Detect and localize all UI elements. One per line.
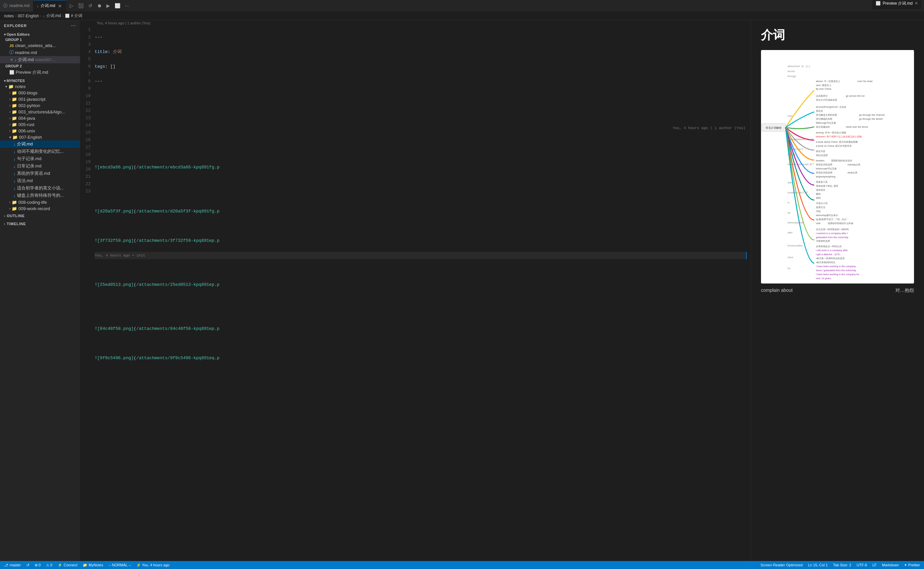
sidebar-item-sentence[interactable]: ↓ 句子记录.md <box>0 155 80 163</box>
tab-editor-actions: ▷ ⬛ ↺ ⏺ ▶ ⬜ ··· <box>68 2 130 9</box>
tab-readme[interactable]: ⓘ readme.md <box>0 0 33 12</box>
folder-003-icon: 📁 <box>12 110 17 114</box>
status-warnings[interactable]: ⚠ 0 <box>45 563 54 567</box>
verb-label: 动词不规则变化的记忆... <box>17 148 64 154</box>
status-encoding[interactable]: UTF-8 <box>855 563 868 567</box>
sidebar-item-003[interactable]: › 📁 003_structures&&Algo... <box>0 109 80 115</box>
preview-content[interactable]: 介词 常见介词解析 <box>751 20 924 561</box>
svg-text:by更强调"不迟于...""到...为止": by更强调"不迟于...""到...为止" <box>816 218 847 221</box>
tab-jiecI-label: 介词.md <box>41 3 55 9</box>
restart-icon[interactable]: ↺ <box>87 2 94 9</box>
status-sync[interactable]: ↺ <box>25 563 31 567</box>
svg-text:over his head: over his head <box>857 80 872 83</box>
keyboard-label: 键盘上所有特殊符号的... <box>17 192 64 198</box>
svg-text:since: since <box>787 256 794 259</box>
sidebar-item-clean-js[interactable]: JS clean_useless_atta... <box>0 43 80 49</box>
breadcrumb-file[interactable]: 介词.md <box>46 13 61 19</box>
sidebar-item-notes-folder[interactable]: ▾ 📁 notes <box>0 84 80 90</box>
breadcrumb-notes[interactable]: notes <box>4 14 14 18</box>
timeline-section[interactable]: › Timeline <box>0 220 80 228</box>
caption-right: 对…抱怨 <box>895 288 914 294</box>
sidebar-item-000[interactable]: › 📁 000-blogs <box>0 90 80 96</box>
notes-folder-label: notes <box>15 84 26 89</box>
preview-label: Preview 介词.md <box>16 69 49 75</box>
preview-pane: 介词 常见介词解析 <box>751 20 924 561</box>
002-chevron: › <box>9 104 10 107</box>
svg-text:anybody/anything: anybody/anything <box>816 175 836 178</box>
svg-text:for/since/after: for/since/after <box>787 244 803 247</box>
status-prettier[interactable]: ✦ Prettier <box>903 563 921 567</box>
mynotes-label: MYNOTES <box>7 79 25 83</box>
explorer-label: Explorer <box>4 24 27 28</box>
breadcrumb-heading[interactable]: # 介词 <box>71 13 82 19</box>
status-mode[interactable]: -- NORMAL -- <box>107 563 132 567</box>
status-screen-reader[interactable]: Screen Reader Optimized <box>759 563 804 567</box>
svg-text:over: over <box>787 114 793 117</box>
step-icon[interactable]: ⬛ <box>77 2 85 9</box>
sidebar-item-001[interactable]: › 📁 001-javascript <box>0 96 80 102</box>
status-blame[interactable]: ⚡ You, 4 hours ago <box>135 563 171 567</box>
status-bar: ⎇ master ↺ ⊗ 0 ⚠ 0 ⚡ Connect 📁 MyNotes -… <box>0 561 924 569</box>
svg-text:besides/but/except: 除了: besides/but/except: 除了 <box>787 163 814 166</box>
layout-icon[interactable]: ⬜ <box>113 2 122 9</box>
sidebar-item-006[interactable]: › 📁 006-unix <box>0 128 80 134</box>
svg-text:except: except <box>787 153 795 156</box>
line-numbers: 12345 678910 1112131415 1617181920 21222… <box>80 26 93 561</box>
sidebar-item-readme[interactable]: ⓘ readme.md <box>0 49 80 56</box>
sidebar-item-009[interactable]: › 📁 009-work-record <box>0 205 80 212</box>
info-file-icon: ⓘ <box>9 49 14 55</box>
line-ending-label: LF <box>872 563 877 567</box>
sidebar-item-sys[interactable]: ↓ 系统的学英语.md <box>0 170 80 177</box>
status-connect[interactable]: ⚡ Connect <box>56 563 79 567</box>
sidebar-item-preview[interactable]: ⬜ Preview 介词.md <box>0 69 80 76</box>
sidebar-more-icon[interactable]: ··· <box>71 23 76 28</box>
breadcrumb-007[interactable]: 007-English <box>18 14 39 18</box>
sidebar-item-daily[interactable]: ↓ 日常记录.md <box>0 163 80 170</box>
breadcrumb-md-icon: ↓ <box>43 14 45 18</box>
sidebar-item-keyboard[interactable]: ↓ 键盘上所有特殊符号的... <box>0 192 80 199</box>
jiecI-close-icon[interactable]: ✕ <box>10 58 13 62</box>
editor-content[interactable]: 12345 678910 1112131415 1617181920 21222… <box>80 26 751 561</box>
outline-section[interactable]: › Outline <box>0 212 80 220</box>
tab-jiecI-close[interactable]: ✕ <box>57 3 63 9</box>
play-icon[interactable]: ▷ <box>68 2 75 9</box>
status-tab-size[interactable]: Tab Size: 2 <box>831 563 852 567</box>
svg-text:for: for <box>787 267 790 270</box>
sidebar-item-002[interactable]: › 📁 002-pyhton <box>0 102 80 109</box>
status-errors[interactable]: ⊗ 0 <box>33 563 42 567</box>
main-layout: Explorer ··· ▾ Open Editors GROUP 1 JS c… <box>0 20 924 561</box>
svg-text:over 10 years.: over 10 years. <box>816 277 831 280</box>
tab-jiecI[interactable]: ↓ 介词.md ✕ <box>33 0 66 12</box>
sidebar-item-jiecI[interactable]: ✕ ↓ 介词.md notes/007-... <box>0 56 80 63</box>
status-line-ending[interactable]: LF <box>871 563 878 567</box>
more-actions-icon[interactable]: ··· <box>124 2 130 9</box>
sidebar-item-jiecI-file[interactable]: ↓ 介词.md <box>0 140 80 148</box>
open-editors-section[interactable]: ▾ Open Editors <box>0 31 80 37</box>
sidebar-item-grammar[interactable]: ↓ 语法.md <box>0 177 80 184</box>
svg-text:•表示具体的时间点: •表示具体的时间点 <box>816 261 836 264</box>
preview-tab[interactable]: ⬜ Preview 介词.md ✕ <box>872 0 921 9</box>
sidebar-item-005[interactable]: › 📁 005-rust <box>0 122 80 128</box>
sidebar-item-verb[interactable]: ↓ 动词不规则变化的记忆... <box>0 148 80 155</box>
stop-icon[interactable]: ⏺ <box>96 2 103 9</box>
mynotes-section[interactable]: ▾ MYNOTES <box>0 78 80 84</box>
sidebar: Explorer ··· ▾ Open Editors GROUP 1 JS c… <box>0 20 80 561</box>
preview-tab-close[interactable]: ✕ <box>915 1 918 6</box>
status-language[interactable]: Markdown <box>881 563 900 567</box>
sidebar-item-008[interactable]: › 📁 008-coding-life <box>0 199 80 205</box>
run-icon[interactable]: ▶ <box>105 2 111 9</box>
folder-repo-icon: 📁 <box>83 563 87 567</box>
status-branch[interactable]: ⎇ master <box>3 563 22 567</box>
group2-label: GROUP 2 <box>0 63 80 69</box>
sidebar-item-novel[interactable]: ↓ 适合初学者的英文小说... <box>0 184 80 192</box>
status-position[interactable]: Ln 15, Col 1 <box>807 563 829 567</box>
folder-009-icon: 📁 <box>12 206 17 211</box>
editor-pane: You, 4 hours ago | 1 author (You) 12345 … <box>80 20 751 561</box>
folder-002-icon: 📁 <box>12 103 17 108</box>
status-repo[interactable]: 📁 MyNotes <box>81 563 104 567</box>
folder-004-icon: 📁 <box>12 116 17 121</box>
sidebar-item-004[interactable]: › 📁 004-java <box>0 115 80 122</box>
editor-lines[interactable]: --- title: 介词 tags: [] --- You, 4 hours … <box>93 26 751 561</box>
status-left: ⎇ master ↺ ⊗ 0 ⚠ 0 ⚡ Connect 📁 MyNotes -… <box>3 563 171 567</box>
sidebar-item-007[interactable]: ▾ 📁 007-English <box>0 134 80 140</box>
